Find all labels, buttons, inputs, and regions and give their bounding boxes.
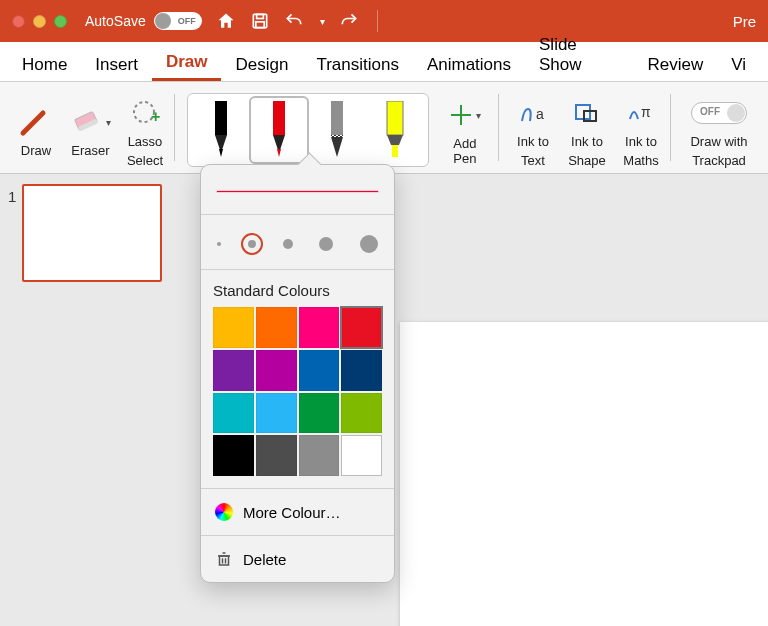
- tab-slide-show[interactable]: Slide Show: [525, 27, 633, 81]
- save-icon[interactable]: [250, 11, 270, 31]
- colour-swatch-2[interactable]: [299, 307, 340, 348]
- group-trackpad: OFF Draw with Trackpad: [675, 86, 763, 173]
- pen-thickness-section: [201, 215, 394, 270]
- pen-preview-section: [201, 165, 394, 215]
- colour-swatch-10[interactable]: [299, 393, 340, 434]
- tab-animations[interactable]: Animations: [413, 47, 525, 81]
- pen-slot-3[interactable]: [367, 98, 423, 162]
- pen-slot-1[interactable]: [251, 98, 307, 162]
- colour-swatch-0[interactable]: [213, 307, 254, 348]
- standard-colours-title: Standard Colours: [213, 282, 382, 299]
- trackpad-switch[interactable]: OFF: [691, 102, 747, 124]
- tab-draw[interactable]: Draw: [152, 44, 222, 81]
- thickness-option-0[interactable]: [217, 242, 221, 246]
- svg-text:π: π: [641, 104, 651, 120]
- svg-marker-14: [331, 137, 343, 157]
- add-pen-button[interactable]: ▾ Add Pen: [439, 93, 491, 166]
- ribbon-tabs: HomeInsertDrawDesignTransitionsAnimation…: [0, 42, 768, 82]
- colour-wheel-icon: [215, 503, 233, 521]
- draw-button[interactable]: Draw: [14, 100, 58, 158]
- tab-design[interactable]: Design: [221, 47, 302, 81]
- svg-rect-10: [273, 101, 285, 135]
- colour-swatch-6[interactable]: [299, 350, 340, 391]
- delete-label: Delete: [243, 551, 286, 568]
- ribbon-draw: Draw ▾ Eraser + Lasso Select ▾ Add Pen a…: [0, 82, 768, 174]
- colour-swatch-3[interactable]: [341, 307, 382, 348]
- svg-rect-17: [392, 145, 398, 157]
- svg-marker-16: [387, 135, 403, 145]
- thickness-options: [213, 227, 382, 257]
- ink-to-maths-button[interactable]: π Ink to Maths: [619, 91, 663, 168]
- colour-swatch-12[interactable]: [213, 435, 254, 476]
- autosave-switch[interactable]: OFF: [154, 12, 202, 30]
- colour-swatch-grid: [213, 307, 382, 476]
- redo-icon[interactable]: [339, 11, 359, 31]
- tab-insert[interactable]: Insert: [81, 47, 152, 81]
- delete-pen-button[interactable]: Delete: [201, 535, 394, 582]
- window-titlebar: AutoSave OFF ▾ Pre: [0, 0, 768, 42]
- slide-thumbnail-row[interactable]: 1: [8, 184, 167, 282]
- undo-icon[interactable]: [284, 11, 304, 31]
- autosave-switch-knob: [155, 13, 171, 29]
- chevron-down-icon: ▾: [106, 117, 111, 128]
- colour-swatch-11[interactable]: [341, 393, 382, 434]
- tab-transitions[interactable]: Transitions: [302, 47, 413, 81]
- svg-rect-1: [256, 14, 263, 18]
- colour-swatch-4[interactable]: [213, 350, 254, 391]
- slide-canvas[interactable]: [400, 322, 768, 626]
- colour-swatch-9[interactable]: [256, 393, 297, 434]
- pen-options-popup: Standard Colours More Colour… Delete: [200, 164, 395, 583]
- quick-access-toolbar: ▾: [216, 10, 382, 32]
- ink-to-text-button[interactable]: a Ink to Text: [511, 91, 555, 168]
- tab-review[interactable]: Review: [633, 47, 717, 81]
- colour-swatch-8[interactable]: [213, 393, 254, 434]
- colour-swatch-7[interactable]: [341, 350, 382, 391]
- ink-to-shape-button[interactable]: Ink to Shape: [565, 91, 609, 168]
- window-controls: [12, 15, 67, 28]
- lasso-select-button[interactable]: + Lasso Select: [123, 91, 167, 168]
- tab-home[interactable]: Home: [8, 47, 81, 81]
- trash-icon: [215, 550, 233, 568]
- group-pens: ▾ Add Pen: [179, 86, 499, 173]
- svg-marker-12: [277, 149, 281, 157]
- autosave-switch-state: OFF: [178, 16, 196, 26]
- svg-rect-7: [215, 101, 227, 135]
- minimize-window-button[interactable]: [33, 15, 46, 28]
- autosave-label: AutoSave: [85, 13, 146, 29]
- more-colours-button[interactable]: More Colour…: [201, 489, 394, 535]
- colour-swatch-15[interactable]: [341, 435, 382, 476]
- close-window-button[interactable]: [12, 15, 25, 28]
- colour-swatch-5[interactable]: [256, 350, 297, 391]
- pen-slot-2[interactable]: [309, 98, 365, 162]
- thickness-option-4[interactable]: [360, 235, 378, 253]
- standard-colours-section: Standard Colours: [201, 270, 394, 489]
- thickness-option-1[interactable]: [248, 240, 256, 248]
- pen-stroke-preview: [217, 191, 378, 192]
- thickness-option-2[interactable]: [283, 239, 293, 249]
- group-ink-convert: a Ink to Text Ink to Shape π Ink to Math…: [503, 86, 671, 173]
- autosave-control[interactable]: AutoSave OFF: [85, 12, 202, 30]
- thickness-option-3[interactable]: [319, 237, 333, 251]
- home-icon[interactable]: [216, 11, 236, 31]
- slide-thumbnail[interactable]: [22, 184, 162, 282]
- svg-text:a: a: [536, 106, 544, 122]
- tab-vi[interactable]: Vi: [717, 47, 760, 81]
- undo-dropdown-icon[interactable]: ▾: [320, 16, 325, 27]
- svg-rect-13: [331, 101, 343, 135]
- svg-text:+: +: [151, 108, 160, 125]
- svg-marker-9: [219, 149, 223, 157]
- zoom-window-button[interactable]: [54, 15, 67, 28]
- colour-swatch-13[interactable]: [256, 435, 297, 476]
- svg-rect-2: [256, 22, 264, 28]
- slide-number: 1: [8, 188, 16, 205]
- draw-with-trackpad-toggle[interactable]: OFF Draw with Trackpad: [683, 91, 755, 168]
- slide-thumbnail-panel[interactable]: 1: [0, 174, 175, 626]
- document-title: Pre: [733, 13, 756, 30]
- svg-rect-15: [387, 101, 403, 135]
- eraser-button[interactable]: ▾ Eraser: [68, 100, 113, 158]
- colour-swatch-14[interactable]: [299, 435, 340, 476]
- more-colours-label: More Colour…: [243, 504, 341, 521]
- svg-rect-24: [220, 556, 229, 565]
- colour-swatch-1[interactable]: [256, 307, 297, 348]
- pen-slot-0[interactable]: [193, 98, 249, 162]
